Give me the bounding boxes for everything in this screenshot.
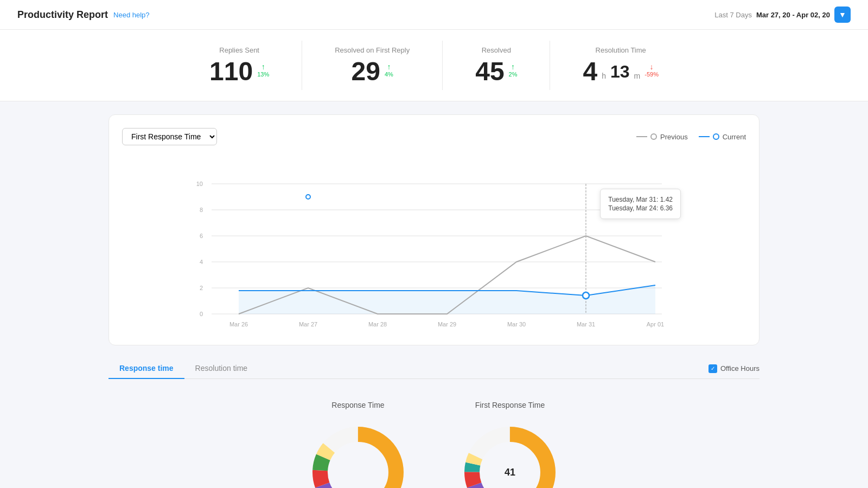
stat-value-row-rfr: 29 ↑ 4% (335, 59, 410, 85)
donut-response-time: Response Time (304, 401, 412, 488)
legend-label-previous: Previous (660, 133, 688, 141)
legend-current: Current (699, 133, 746, 141)
stat-pct-restime: -59% (644, 71, 659, 78)
chart-header: First Response Time Resolution Time Repl… (122, 128, 746, 145)
svg-text:Mar 26: Mar 26 (229, 321, 248, 328)
stat-number-hours: 4 (583, 59, 597, 85)
stat-replies-sent: Replies Sent 110 ↑ 13% (177, 41, 302, 90)
arrow-up-icon: ↑ (261, 62, 265, 71)
chart-metric-select[interactable]: First Response Time Resolution Time Repl… (122, 128, 217, 145)
stat-resolved: Resolved 45 ↑ 2% (443, 41, 550, 90)
stat-resolution-time: Resolution Time 4 h 13 m ↓ -59% (550, 41, 691, 90)
stat-label-replies: Replies Sent (209, 46, 269, 54)
arrow-down-icon-restime: ↓ (650, 62, 654, 71)
chart-svg: 0 2 4 6 8 10 Mar 26 Mar 27 Mar 28 Mar 29… (122, 156, 746, 330)
chart-dot-current-mar31 (583, 292, 589, 299)
stat-pct-replies: 13% (257, 71, 269, 78)
stat-pct-resolved: 2% (509, 71, 518, 78)
donut-first-response-time: First Response Time (456, 401, 564, 488)
date-range-prefix: Last 7 Days (714, 11, 752, 19)
legend-line-current (699, 136, 710, 137)
svg-text:10: 10 (196, 181, 203, 187)
svg-text:Mar 28: Mar 28 (368, 321, 387, 328)
stat-change-replies: ↑ 13% (257, 62, 269, 81)
date-range-dropdown-btn[interactable]: ▼ (834, 7, 851, 23)
chevron-down-icon: ▼ (839, 10, 846, 19)
chart-fill-area (239, 285, 655, 314)
chart-card: First Response Time Resolution Time Repl… (108, 114, 760, 345)
stat-label-resolved: Resolved (475, 46, 517, 54)
donut-wrapper-frt: 41 (456, 418, 564, 488)
chart-legend: Previous Current (636, 133, 746, 141)
header-left: Productivity Report Need help? (17, 9, 150, 21)
stat-change-rfr: ↑ 4% (385, 62, 393, 81)
donut-title-frt: First Response Time (456, 401, 564, 409)
svg-text:4: 4 (200, 259, 203, 265)
tabs-section: Response time Resolution time ✓ Office H… (108, 358, 760, 488)
donut-title-response: Response Time (304, 401, 412, 409)
svg-text:Mar 30: Mar 30 (507, 321, 526, 328)
donut-wrapper-response (304, 418, 412, 488)
stat-pct-rfr: 4% (385, 71, 393, 78)
tab-label-response-time: Response time (119, 364, 174, 373)
need-help-link[interactable]: Need help? (113, 11, 150, 19)
svg-text:Mar 27: Mar 27 (299, 321, 317, 328)
stat-value-row-replies: 110 ↑ 13% (209, 59, 269, 85)
legend-dot-current (713, 133, 719, 140)
stat-resolved-first-reply: Resolved on First Reply 29 ↑ 4% (302, 41, 443, 90)
date-range-selector: Last 7 Days Mar 27, 20 - Apr 02, 20 ▼ (714, 7, 851, 23)
office-hours-toggle[interactable]: ✓ Office Hours (709, 364, 760, 373)
stat-value-row-restime: 4 h 13 m ↓ -59% (583, 59, 658, 85)
date-range-value: Mar 27, 20 - Apr 02, 20 (756, 11, 830, 19)
main-content: First Response Time Resolution Time Repl… (0, 101, 868, 488)
svg-text:Mar 29: Mar 29 (438, 321, 456, 328)
legend-label-current: Current (723, 133, 746, 141)
stat-label-restime: Resolution Time (583, 46, 658, 54)
legend-line-previous (636, 136, 647, 137)
tab-resolution-time[interactable]: Resolution time (184, 358, 259, 379)
stat-number-minutes: 13 (610, 63, 630, 80)
legend-dot-previous (650, 133, 657, 140)
svg-text:8: 8 (200, 207, 203, 213)
donuts-row: Response Time (108, 390, 760, 488)
tab-response-time[interactable]: Response time (108, 358, 184, 379)
stat-unit-minutes: m (634, 72, 641, 80)
header: Productivity Report Need help? Last 7 Da… (0, 0, 868, 30)
svg-text:2: 2 (200, 285, 203, 291)
stat-number-replies: 110 (209, 59, 253, 85)
svg-text:Mar 31: Mar 31 (577, 321, 595, 328)
arrow-up-icon-resolved: ↑ (511, 62, 515, 71)
arrow-up-icon-rfr: ↑ (387, 62, 391, 71)
svg-text:6: 6 (200, 233, 203, 239)
stat-change-restime: ↓ -59% (644, 62, 659, 81)
chart-dot-mar27-high (306, 195, 310, 199)
tabs-nav: Response time Resolution time (108, 358, 258, 378)
page-title: Productivity Report (17, 9, 108, 21)
stat-change-resolved: ↑ 2% (509, 62, 518, 81)
chart-container: 0 2 4 6 8 10 Mar 26 Mar 27 Mar 28 Mar 29… (122, 156, 746, 332)
tab-label-resolution-time: Resolution time (195, 364, 248, 373)
donut-svg-response (304, 418, 412, 488)
donut-center-value-frt: 41 (505, 467, 515, 478)
stat-unit-hours: h (602, 72, 606, 80)
legend-previous: Previous (636, 133, 688, 141)
office-hours-checkbox[interactable]: ✓ (709, 364, 717, 373)
stat-label-rfr: Resolved on First Reply (335, 46, 410, 54)
svg-text:Apr 01: Apr 01 (647, 321, 664, 328)
svg-text:0: 0 (200, 311, 203, 317)
stat-number-resolved: 45 (475, 59, 504, 85)
office-hours-label: Office Hours (720, 364, 760, 373)
stats-row: Replies Sent 110 ↑ 13% Resolved on First… (0, 30, 868, 101)
stat-value-row-resolved: 45 ↑ 2% (475, 59, 517, 85)
tabs-header: Response time Resolution time ✓ Office H… (108, 358, 760, 379)
stat-number-rfr: 29 (352, 59, 380, 85)
